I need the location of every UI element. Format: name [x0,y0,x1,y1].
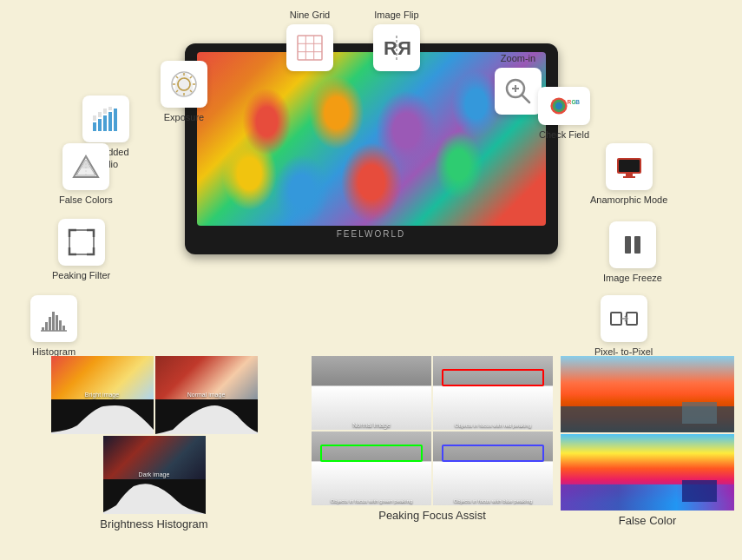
peaking-normal: Normal image [312,356,431,430]
false-colors-icon [70,151,102,182]
peaking-images: Normal image Objects in focus with red p… [312,356,553,505]
zoom-in-feature: Zoom-in [495,52,542,115]
svg-rect-26 [45,322,48,331]
pixel-to-pixel-feature: Pixel- to-Pixel [594,295,653,358]
svg-rect-52 [626,174,633,176]
svg-rect-14 [114,109,117,131]
peaking-red-label: Objects in focus with red peaking [433,423,553,428]
nine-grid-icon-box[interactable] [286,24,333,71]
svg-line-8 [176,76,178,78]
peaking-red: Objects in focus with red peaking [433,356,553,430]
svg-rect-23 [69,230,94,254]
peaking-filter-label: Peaking Filter [52,269,110,281]
svg-rect-53 [623,176,635,178]
svg-line-2 [190,76,192,78]
monitor-screen [197,52,546,226]
svg-rect-32 [298,36,322,60]
image-freeze-icon-box[interactable] [609,221,656,268]
bottom-section: Bright image Normal image [0,356,742,530]
anamorphic-icon [614,151,645,182]
svg-rect-29 [56,315,58,331]
hist-chart-normal [155,399,258,434]
histogram-normal-color: Normal image [155,356,258,434]
false-color-top [561,356,734,432]
svg-text:R: R [397,37,411,59]
nine-grid-icon [294,32,325,63]
svg-rect-51 [619,160,640,172]
svg-rect-12 [103,115,107,131]
svg-rect-16 [98,112,102,117]
pixel-icon [608,303,640,334]
peaking-filter-icon [66,227,97,258]
image-freeze-icon [617,229,648,260]
zoom-in-icon-box[interactable] [495,68,542,115]
peaking-blue-label: Objects in focus with blue peaking [433,498,553,504]
hist-chart-bright [51,399,154,434]
nine-grid-label: Nine Grid [290,9,330,21]
check-field-icon-box[interactable]: R G B [538,87,590,125]
svg-rect-31 [62,326,65,331]
svg-rect-18 [108,107,112,110]
svg-rect-28 [52,312,55,331]
histogram-section: Bright image Normal image [0,356,308,530]
peaking-normal-label: Normal image [312,422,431,428]
svg-rect-55 [634,236,640,254]
anamorphic-mode-feature: Anamorphic Mode [590,143,667,206]
svg-rect-56 [611,313,621,325]
hist-normal-label: Normal image [155,392,258,398]
exposure-icon-box[interactable] [161,61,207,108]
svg-rect-27 [49,317,51,331]
anamorphic-icon-box[interactable] [606,143,653,190]
pixel-icon-box[interactable] [601,295,647,342]
svg-rect-10 [93,122,96,131]
peaking-blue: Objects in focus with blue peaking [433,432,553,505]
svg-rect-13 [108,112,112,131]
peaking-filter-icon-box[interactable] [58,219,105,266]
peaking-title: Peaking Focus Assist [378,509,486,522]
exposure-label: Exposure [164,111,204,123]
hist-chart-dark [103,479,206,514]
exposure-feature: Exposure [161,61,207,123]
peaking-green-label: Objects in focus with green peaking [312,498,431,504]
check-field-feature: R G B Check Field [538,87,590,141]
svg-text:B: B [575,99,580,105]
false-colors-label: False Colors [59,194,113,206]
peaking-green: Objects in focus with green peaking [312,432,431,505]
exposure-icon [168,69,200,100]
hist-bright-label: Bright image [51,392,154,398]
image-flip-icon-box[interactable]: R R [373,24,420,71]
svg-text:R: R [384,37,397,59]
svg-rect-54 [625,236,631,254]
svg-line-43 [522,95,529,102]
histogram-title: Brightness Histogram [100,517,207,530]
peaking-section: Normal image Objects in focus with red p… [308,356,556,530]
histogram-icon-box[interactable] [30,295,77,342]
false-color-bottom [561,434,734,511]
image-flip-label: Image Flip [374,9,418,21]
image-freeze-feature: Image Freeze [603,221,662,284]
false-color-section: False Color [556,356,739,530]
hist-dark-label: Dark image [103,471,206,478]
histogram-images: Bright image Normal image [3,356,305,514]
image-flip-feature: R R Image Flip [373,9,420,71]
svg-rect-11 [98,119,102,131]
svg-rect-25 [42,327,44,331]
histogram-icon [38,303,69,334]
false-colors-icon-box[interactable] [62,143,109,190]
svg-point-46 [555,102,562,109]
false-color-title: False Color [619,514,676,527]
zoom-in-label: Zoom-in [501,52,535,64]
image-freeze-label: Image Freeze [603,272,662,284]
image-flip-icon: R R [381,32,412,63]
brand-label: FEELWORLD [197,229,546,239]
false-color-images [560,356,735,511]
anamorphic-label: Anamorphic Mode [590,194,667,206]
nine-grid-feature: Nine Grid [286,9,333,71]
check-field-label: Check Field [539,128,589,141]
svg-rect-30 [59,320,62,331]
false-colors-feature: False Colors [59,143,113,206]
check-field-icon: R G B [548,90,580,122]
svg-rect-17 [103,109,107,114]
embedded-audio-icon-box[interactable] [82,96,129,142]
histogram-feature: Histogram [30,295,77,358]
